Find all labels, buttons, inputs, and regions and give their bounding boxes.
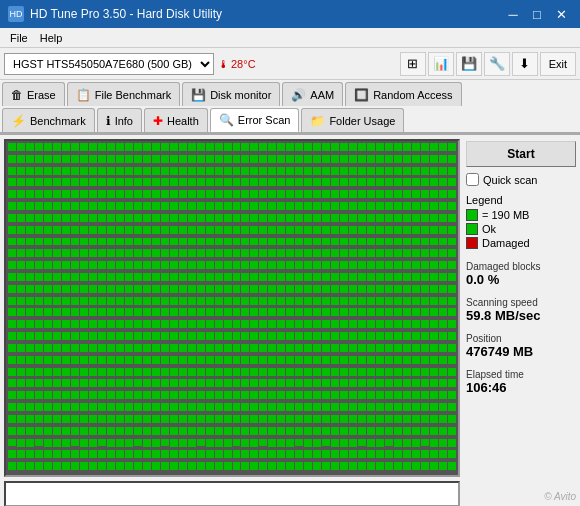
grid-cell — [250, 249, 258, 257]
tab-bar-row2: ⚡ Benchmark ℹ Info ✚ Health 🔍 Error Scan… — [0, 106, 580, 134]
start-button[interactable]: Start — [466, 141, 576, 167]
toolbar-btn-3[interactable]: 💾 — [456, 52, 482, 76]
grid-cell — [98, 439, 106, 447]
grid-cell — [62, 415, 70, 423]
grid-cell — [35, 344, 43, 352]
grid-cell — [161, 273, 169, 281]
grid-cell — [188, 214, 196, 222]
device-select[interactable]: HGST HTS545050A7E680 (500 GB) — [4, 53, 214, 75]
grid-cell — [430, 261, 438, 269]
grid-cell — [286, 450, 294, 458]
grid-cell — [206, 214, 214, 222]
grid-cell — [17, 167, 25, 175]
tab-benchmark[interactable]: ⚡ Benchmark — [2, 108, 95, 132]
grid-cell — [53, 226, 61, 234]
grid-cell — [53, 462, 61, 470]
tab-erase[interactable]: 🗑 Erase — [2, 82, 65, 106]
tab-random-access[interactable]: 🔲 Random Access — [345, 82, 461, 106]
grid-cell — [259, 178, 267, 186]
grid-cell — [179, 285, 187, 293]
grid-cell — [80, 297, 88, 305]
toolbar-btn-5[interactable]: ⬇ — [512, 52, 538, 76]
toolbar-btn-4[interactable]: 🔧 — [484, 52, 510, 76]
grid-cell — [385, 356, 393, 364]
grid-cell — [268, 308, 276, 316]
grid-cell — [80, 344, 88, 352]
toolbar-btn-2[interactable]: 📊 — [428, 52, 454, 76]
grid-cell — [385, 178, 393, 186]
close-button[interactable]: ✕ — [550, 5, 572, 23]
grid-cell — [358, 320, 366, 328]
grid-cell — [340, 439, 348, 447]
stat-scanning-speed: Scanning speed 59.8 MB/sec — [466, 297, 576, 323]
grid-cell — [8, 439, 16, 447]
grid-cell — [349, 427, 357, 435]
grid-cell — [268, 320, 276, 328]
grid-cell — [304, 439, 312, 447]
grid-cell — [385, 368, 393, 376]
grid-cell — [53, 332, 61, 340]
toolbar-btn-1[interactable]: ⊞ — [400, 52, 426, 76]
grid-cell — [206, 273, 214, 281]
menu-file[interactable]: File — [4, 31, 34, 45]
exit-button[interactable]: Exit — [540, 52, 576, 76]
tab-disk-monitor[interactable]: 💾 Disk monitor — [182, 82, 280, 106]
grid-cell — [394, 190, 402, 198]
maximize-button[interactable]: □ — [526, 5, 548, 23]
grid-cell — [349, 273, 357, 281]
grid-cell — [62, 427, 70, 435]
grid-cell — [71, 238, 79, 246]
grid-cell — [421, 356, 429, 364]
grid-cell — [98, 450, 106, 458]
grid-cell — [358, 462, 366, 470]
grid-cell — [385, 320, 393, 328]
grid-cell — [107, 273, 115, 281]
grid-cell — [385, 285, 393, 293]
grid-cell — [215, 167, 223, 175]
grid-cell — [89, 143, 97, 151]
grid-cell — [286, 143, 294, 151]
grid-cell — [286, 308, 294, 316]
grid-cell — [224, 403, 232, 411]
tab-info[interactable]: ℹ Info — [97, 108, 142, 132]
grid-cell — [161, 285, 169, 293]
grid-cell — [439, 320, 447, 328]
grid-cell — [421, 238, 429, 246]
scanning-speed-value: 59.8 MB/sec — [466, 308, 576, 323]
grid-cell — [35, 427, 43, 435]
grid-cell — [26, 202, 34, 210]
tab-health[interactable]: ✚ Health — [144, 108, 208, 132]
tab-aam[interactable]: 🔊 AAM — [282, 82, 343, 106]
grid-cell — [188, 368, 196, 376]
grid-cell — [224, 190, 232, 198]
grid-cell — [179, 273, 187, 281]
grid-cell — [62, 356, 70, 364]
tab-error-scan[interactable]: 🔍 Error Scan — [210, 108, 300, 132]
grid-cell — [161, 226, 169, 234]
grid-cell — [385, 308, 393, 316]
grid-cell — [385, 391, 393, 399]
title-bar-left: HD HD Tune Pro 3.50 - Hard Disk Utility — [8, 6, 222, 22]
grid-cell — [35, 238, 43, 246]
grid-cell — [89, 332, 97, 340]
grid-cell — [170, 202, 178, 210]
tab-file-benchmark[interactable]: 📋 File Benchmark — [67, 82, 180, 106]
grid-cell — [340, 462, 348, 470]
grid-cell — [224, 285, 232, 293]
grid-cell — [71, 297, 79, 305]
window-controls[interactable]: ─ □ ✕ — [502, 5, 572, 23]
grid-cell — [188, 403, 196, 411]
minimize-button[interactable]: ─ — [502, 5, 524, 23]
grid-cell — [358, 202, 366, 210]
grid-cell — [107, 439, 115, 447]
grid-cell — [367, 178, 375, 186]
grid-cell — [71, 450, 79, 458]
tab-folder-usage[interactable]: 📁 Folder Usage — [301, 108, 404, 132]
grid-cell — [250, 297, 258, 305]
grid-cell — [358, 439, 366, 447]
quick-scan-checkbox[interactable] — [466, 173, 479, 186]
grid-cell — [62, 238, 70, 246]
menu-help[interactable]: Help — [34, 31, 69, 45]
grid-cell — [80, 415, 88, 423]
grid-cell — [367, 285, 375, 293]
